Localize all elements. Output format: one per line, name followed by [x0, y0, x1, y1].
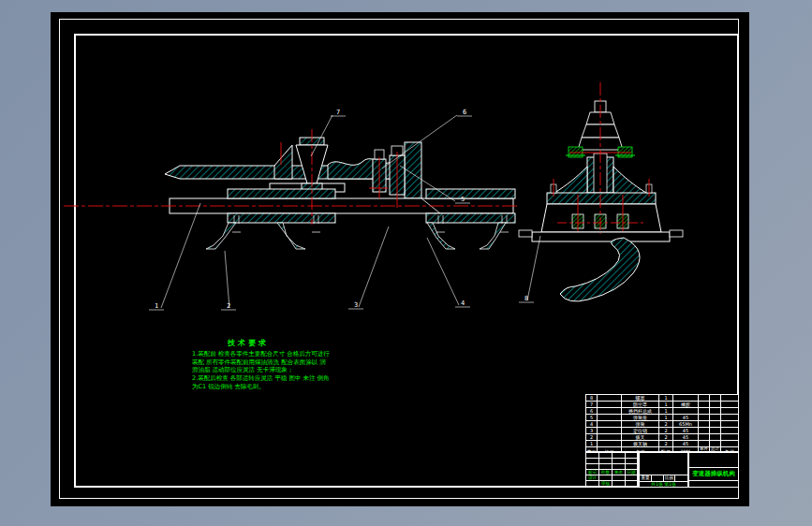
parts-list-table: 8螺塞1 7防尘罩1橡胶 6换挡杆总成1 5弹簧座145 4弹簧265Mn 3定…	[585, 394, 739, 452]
callout-2: 2	[227, 302, 230, 310]
notes-line: 1.装配前 检查各零件主要配合尺寸 合格后方可进行	[192, 350, 349, 358]
technical-notes: 技术要求 1.装配前 检查各零件主要配合尺寸 合格后方可进行 装配 所有零件装配…	[192, 338, 349, 391]
notes-line: 滑油脂 运动部位应灵活 无卡滞现象；	[192, 366, 349, 374]
front-section-view	[64, 129, 517, 249]
callout-4: 4	[461, 300, 465, 307]
shift-fork	[560, 238, 640, 301]
drawing-number-cell	[689, 453, 738, 468]
table-row: 4弹簧265Mn	[586, 421, 738, 428]
signature-table: 标记 处数 签名 日期 设计 审核	[585, 452, 639, 488]
notes-line: 2.装配后检查 各部运转应灵活 平稳 图中 未注 倒角	[192, 374, 349, 383]
notes-title: 技术要求	[228, 338, 349, 348]
table-row: 3定位销245	[586, 428, 738, 434]
sheet-count: 共1张 第1张	[640, 482, 687, 487]
table-row: 8螺塞1	[586, 395, 738, 402]
table-row: 1拨叉轴245	[586, 441, 738, 447]
side-view	[519, 82, 683, 301]
callout-6: 6	[463, 109, 466, 116]
table-row: 2拨叉245	[586, 434, 738, 441]
callout-8: 8	[524, 295, 528, 302]
drawing-title: 变速器操纵机构	[689, 468, 738, 481]
table-row: 5弹簧座145	[586, 415, 738, 421]
notes-line: 装配 所有零件装配前用煤油清洗 配合表面涂以 润	[192, 358, 349, 367]
titleblock-right: 变速器操纵机构	[688, 452, 739, 488]
table-row: 6换挡杆总成1	[586, 408, 738, 415]
cad-viewport: 1 2 3 4 5 6 7 8 技术要求 1.装配前 检查各零件主要配合尺寸 合…	[0, 0, 812, 526]
notes-line: 为C1 锐边倒钝 去除毛刺。	[192, 383, 349, 391]
callout-7: 7	[336, 109, 340, 116]
callout-5: 5	[461, 196, 465, 203]
callout-1: 1	[155, 302, 158, 310]
table-row: 7防尘罩1橡胶	[586, 402, 738, 408]
stage-mark-cell	[640, 453, 687, 475]
callout-3: 3	[354, 301, 358, 309]
titleblock-middle: 重量 比例 共1张 第1张	[639, 452, 688, 488]
